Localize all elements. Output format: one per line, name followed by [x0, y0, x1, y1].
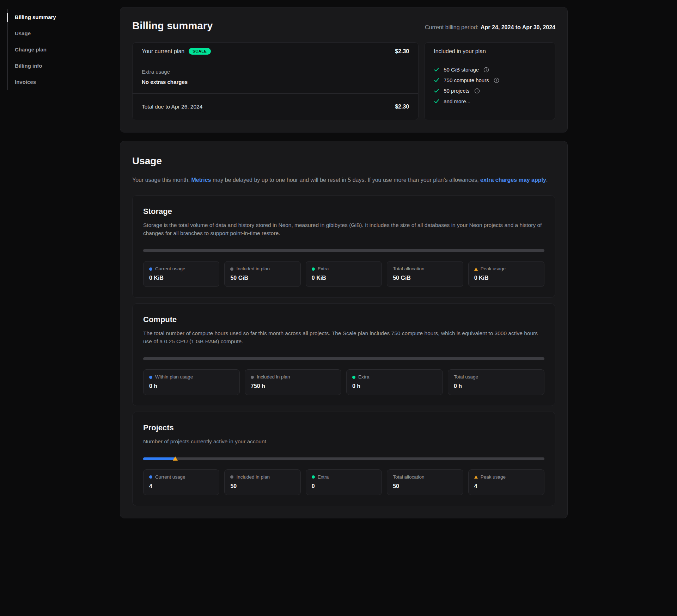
stat-tile-within-plan-usage: Within plan usage 0 h — [143, 369, 240, 395]
compute-stats: Within plan usage 0 h Included in plan 7… — [143, 369, 544, 395]
projects-section-title: Projects — [143, 423, 544, 432]
extra-dot-icon — [312, 267, 315, 271]
stat-label: Total usage — [454, 375, 478, 380]
included-plan-dot-icon — [230, 475, 233, 479]
peak-usage-triangle-icon — [474, 475, 478, 479]
stat-label: Extra — [318, 475, 329, 480]
current-plan-label: Your current plan — [142, 48, 184, 55]
total-due-amount: $2.30 — [395, 104, 409, 110]
usage-intro-text: may be delayed by up to one hour and wil… — [211, 177, 481, 183]
included-in-plan-panel: Included in your plan 50 GiB storage — [424, 42, 555, 120]
stat-value: 750 h — [251, 383, 335, 389]
sidebar-item-invoices[interactable]: Invoices — [15, 74, 120, 90]
stat-tile-current-usage: Current usage 4 — [143, 469, 219, 495]
sidebar-item-billing-info[interactable]: Billing info — [15, 58, 120, 74]
stat-value: 0 KiB — [312, 275, 376, 281]
projects-section-description: Number of projects currently active in y… — [143, 437, 544, 445]
check-icon — [434, 77, 440, 83]
usage-card: Usage Your usage this month. Metrics may… — [120, 141, 568, 518]
stat-label: Total allocation — [393, 475, 424, 480]
sidebar-item-usage[interactable]: Usage — [15, 25, 120, 42]
stat-label: Current usage — [155, 266, 185, 271]
compute-section-title: Compute — [143, 315, 544, 324]
storage-progress-bar — [143, 249, 544, 252]
main-content: Billing summary Current billing period:A… — [120, 7, 568, 518]
check-icon — [434, 88, 440, 94]
stat-tile-extra: Extra 0 KiB — [306, 261, 382, 287]
stat-value: 0 h — [149, 383, 234, 389]
billing-panels: Your current plan SCALE $2.30 Extra usag… — [132, 42, 555, 120]
stat-value: 0 — [312, 483, 376, 489]
stat-tile-extra: Extra 0 — [306, 469, 382, 495]
current-usage-dot-icon — [149, 267, 152, 271]
plan-amount: $2.30 — [395, 48, 409, 55]
storage-section: Storage Storage is the total volume of d… — [132, 195, 555, 298]
included-plan-dot-icon — [251, 376, 254, 379]
included-item-storage: 50 GiB storage — [434, 67, 546, 73]
extra-charges-link[interactable]: extra charges may apply — [480, 177, 546, 183]
stat-label: Included in plan — [236, 266, 270, 271]
current-plan-row: Your current plan SCALE $2.30 — [133, 43, 418, 60]
stat-label: Included in plan — [257, 375, 290, 380]
stat-label: Included in plan — [236, 475, 270, 480]
sidebar: Billing summary Usage Change plan Billin… — [7, 7, 120, 90]
stat-tile-current-usage: Current usage 0 KiB — [143, 261, 219, 287]
plan-badge: SCALE — [189, 48, 211, 55]
projects-section: Projects Number of projects currently ac… — [132, 412, 555, 506]
current-usage-dot-icon — [149, 475, 152, 479]
usage-intro: Your usage this month. Metrics may be de… — [132, 176, 552, 185]
stat-value: 50 — [393, 483, 457, 489]
info-icon[interactable] — [494, 78, 499, 83]
stat-label: Extra — [358, 375, 370, 380]
billing-summary-card: Billing summary Current billing period:A… — [120, 7, 568, 133]
billing-summary-header: Billing summary Current billing period:A… — [132, 20, 555, 32]
projects-stats: Current usage 4 Included in plan 50 Extr… — [143, 469, 544, 495]
included-item-label: and more... — [444, 98, 470, 104]
billing-page: Billing summary Usage Change plan Billin… — [0, 0, 677, 526]
stat-value: 50 GiB — [230, 275, 294, 281]
peak-usage-marker-icon — [173, 456, 178, 461]
stat-label: Extra — [318, 266, 329, 271]
storage-stats: Current usage 0 KiB Included in plan 50 … — [143, 261, 544, 287]
sidebar-item-billing-summary[interactable]: Billing summary — [15, 9, 120, 25]
sidebar-item-change-plan[interactable]: Change plan — [15, 42, 120, 58]
extra-dot-icon — [352, 376, 355, 379]
stat-tile-extra: Extra 0 h — [346, 369, 443, 395]
stat-value: 4 — [474, 483, 538, 489]
peak-usage-triangle-icon — [474, 267, 478, 271]
billing-nav: Billing summary Usage Change plan Billin… — [7, 9, 120, 90]
stat-label: Within plan usage — [155, 375, 193, 380]
stat-value: 50 GiB — [393, 275, 457, 281]
stat-tile-included-in-plan: Included in plan 50 — [224, 469, 300, 495]
extra-usage-value: No extras charges — [142, 79, 409, 85]
stat-value: 0 KiB — [149, 275, 213, 281]
metrics-link[interactable]: Metrics — [191, 177, 211, 183]
total-due-row: Total due to Apr 26, 2024 $2.30 — [133, 94, 418, 120]
included-item-more: and more... — [434, 98, 546, 104]
total-due-label: Total due to Apr 26, 2024 — [142, 104, 202, 110]
billing-period: Current billing period:Apr 24, 2024 to A… — [425, 24, 555, 31]
within-plan-dot-icon — [149, 376, 152, 379]
compute-section: Compute The total number of compute hour… — [132, 303, 555, 406]
extra-usage-block: Extra usage No extras charges — [133, 60, 418, 94]
plan-summary-panel: Your current plan SCALE $2.30 Extra usag… — [132, 42, 419, 120]
stat-tile-included-in-plan: Included in plan 750 h — [245, 369, 341, 395]
included-list: 50 GiB storage 750 compute hours — [434, 60, 546, 104]
stat-value: 4 — [149, 483, 213, 489]
included-plan-dot-icon — [230, 267, 233, 271]
extra-usage-label: Extra usage — [142, 69, 409, 75]
stat-label: Peak usage — [481, 266, 506, 271]
stat-tile-total-allocation: Total allocation 50 GiB — [387, 261, 463, 287]
projects-progress-bar — [143, 457, 544, 460]
billing-summary-title: Billing summary — [132, 20, 213, 32]
storage-section-description: Storage is the total volume of data and … — [143, 221, 544, 238]
stat-value: 0 KiB — [474, 275, 538, 281]
stat-tile-total-allocation: Total allocation 50 — [387, 469, 463, 495]
stat-tile-total-usage: Total usage 0 h — [448, 369, 544, 395]
usage-intro-text: Your usage this month. — [132, 177, 191, 183]
info-icon[interactable] — [483, 67, 489, 73]
stat-value: 50 — [230, 483, 294, 489]
info-icon[interactable] — [474, 88, 480, 94]
check-icon — [434, 67, 440, 73]
stat-tile-included-in-plan: Included in plan 50 GiB — [224, 261, 300, 287]
